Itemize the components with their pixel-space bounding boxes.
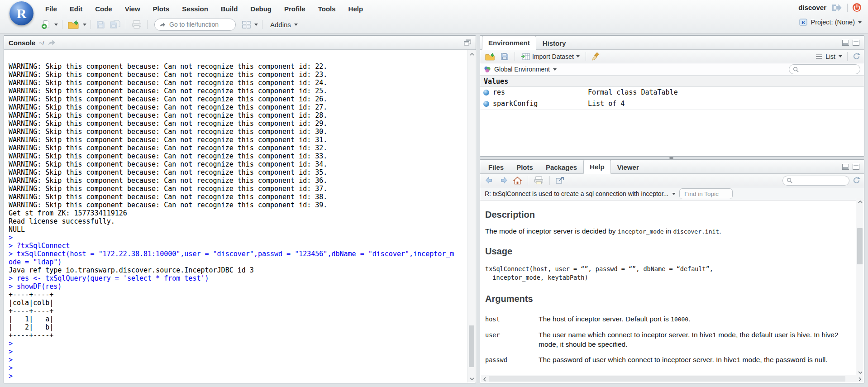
addins-label: Addins (270, 21, 291, 29)
tab[interactable]: Viewer (611, 160, 645, 174)
menu-item[interactable]: Help (342, 3, 370, 14)
open-file-caret-icon[interactable] (83, 24, 86, 26)
console-line: WARNING: Skip this component because: Ca… (9, 193, 467, 201)
print-topic-button[interactable] (533, 175, 545, 186)
scrollbar-thumb[interactable] (489, 376, 845, 382)
help-topic-caret-icon[interactable] (672, 193, 676, 195)
environment-section-header: Values (480, 76, 864, 87)
print-button[interactable] (130, 19, 143, 30)
load-workspace-button[interactable] (484, 52, 496, 62)
environment-scope-label[interactable]: Global Environment (494, 66, 550, 73)
pane-splitter-handle[interactable] (669, 157, 673, 159)
help-horizontal-scrollbar[interactable] (481, 375, 863, 382)
new-file-caret-icon[interactable] (54, 24, 58, 26)
menu-item[interactable]: Edit (63, 3, 89, 14)
arguments-heading: Arguments (485, 294, 847, 304)
help-vertical-scrollbar[interactable] (856, 198, 863, 376)
minimize-pane-icon[interactable] (842, 164, 849, 170)
goto-file-searchbar[interactable] (154, 19, 236, 31)
console-line: > ?txSqlConnect (9, 242, 467, 250)
object-name: res (493, 88, 505, 96)
menu-item[interactable]: File (39, 3, 63, 14)
save-button[interactable] (95, 19, 106, 30)
import-dataset-button[interactable]: Import Dataset (520, 52, 581, 61)
console-line: > (9, 372, 467, 380)
scroll-left-icon[interactable] (481, 375, 488, 383)
tab[interactable]: Help (583, 160, 611, 174)
console-working-dir: ~/ (39, 39, 44, 46)
help-topic-title[interactable]: R: txSqlConnect is used to create a sql … (485, 190, 668, 197)
show-in-new-window-button[interactable] (554, 176, 565, 185)
open-file-button[interactable] (67, 19, 81, 30)
divider (847, 52, 848, 61)
scroll-up-icon[interactable] (468, 50, 476, 58)
list-view-caret-icon[interactable] (839, 55, 842, 57)
maximize-pane-icon[interactable] (853, 164, 859, 170)
console-line: > showDF(res) (9, 282, 467, 291)
tab[interactable]: Environment (482, 36, 536, 50)
addins-menu[interactable]: Addins (267, 19, 301, 30)
console-line: > (9, 356, 467, 364)
find-in-topic-box[interactable] (679, 188, 733, 199)
scroll-right-icon[interactable] (856, 375, 863, 383)
menu-item[interactable]: Session (176, 3, 215, 14)
scrollbar-thumb[interactable] (469, 325, 474, 367)
help-document[interactable]: Description The mode of inceptor server … (481, 201, 856, 375)
refresh-icon[interactable] (853, 53, 860, 60)
new-file-button[interactable] (40, 19, 52, 30)
open-in-new-window-icon[interactable] (48, 39, 56, 46)
tab[interactable]: Plots (510, 160, 539, 174)
addins-caret-icon (294, 24, 298, 26)
menu-item[interactable]: Plots (147, 3, 176, 14)
maximize-pane-icon[interactable] (464, 39, 471, 46)
environment-searchbar[interactable] (789, 64, 860, 74)
refresh-icon[interactable] (853, 177, 860, 184)
list-view-icon[interactable] (816, 54, 822, 59)
console-line: +----+----+ (9, 331, 467, 339)
argument-name: host (485, 314, 539, 324)
scrollbar-thumb[interactable] (857, 228, 863, 264)
environment-search-input[interactable] (801, 66, 848, 73)
save-all-button[interactable] (109, 19, 122, 30)
find-in-topic-input[interactable] (683, 190, 729, 198)
console-output[interactable]: WARNING: Skip this component because: Ca… (5, 50, 467, 382)
menu-item[interactable]: Debug (244, 3, 278, 14)
project-menu[interactable]: R Project: (None) (799, 19, 862, 26)
menu-item[interactable]: Code (89, 3, 119, 14)
console-line: WARNING: Skip this component because: Ca… (9, 160, 467, 168)
maximize-pane-icon[interactable] (853, 40, 859, 46)
menu-item[interactable]: Tools (312, 3, 342, 14)
tab[interactable]: Packages (539, 160, 583, 174)
help-searchbar[interactable] (782, 176, 849, 186)
argument-description: The password of user which connect to in… (539, 355, 847, 364)
menu-item[interactable]: Build (215, 3, 244, 14)
save-workspace-button[interactable] (499, 52, 510, 62)
pane-layout-caret-icon[interactable] (254, 24, 258, 26)
object-value: List of 4 (584, 98, 864, 109)
console-line: NULL (9, 225, 467, 234)
menu-item[interactable]: View (119, 3, 147, 14)
goto-file-input[interactable] (168, 20, 252, 29)
clear-workspace-button[interactable] (591, 51, 601, 62)
environment-object-row[interactable]: res Formal class DataTable (480, 87, 864, 98)
scroll-down-icon[interactable] (468, 375, 476, 382)
back-button[interactable] (484, 176, 495, 185)
divider (528, 176, 528, 185)
console-vertical-scrollbar[interactable] (467, 50, 475, 382)
minimize-pane-icon[interactable] (842, 40, 849, 46)
sign-out-icon[interactable] (831, 3, 843, 12)
tab[interactable]: History (536, 36, 572, 50)
environment-scope-caret-icon[interactable] (553, 68, 557, 71)
help-search-input[interactable] (795, 177, 842, 184)
forward-button[interactable] (498, 176, 509, 185)
quit-session-button[interactable] (852, 3, 862, 12)
pane-layout-button[interactable] (241, 20, 252, 29)
environment-object-row[interactable]: sparkConfig List of 4 (480, 98, 864, 110)
inline-code: discover.init (673, 228, 719, 235)
scroll-up-icon[interactable] (856, 198, 864, 205)
list-view-label[interactable]: List (825, 53, 835, 60)
home-button[interactable] (512, 176, 523, 186)
console-line: > (9, 364, 467, 372)
tab[interactable]: Files (482, 160, 510, 174)
menu-item[interactable]: Profile (278, 3, 312, 14)
